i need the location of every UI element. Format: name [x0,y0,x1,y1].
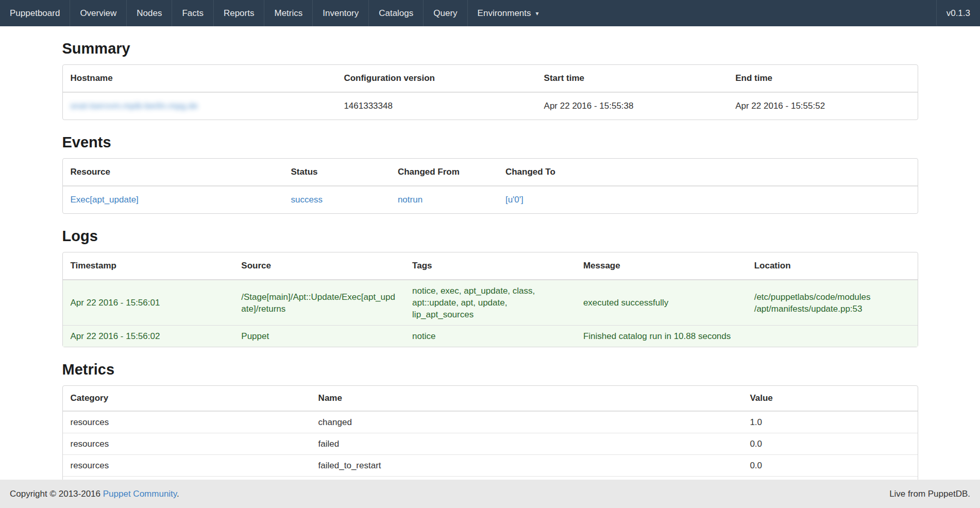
copyright-suffix: . [177,489,179,499]
column-header-category: Category [63,386,311,411]
column-header-tags: Tags [404,252,576,280]
page-footer: Copyright © 2013-2016 Puppet Community. … [0,480,980,508]
nav-item-reports[interactable]: Reports [213,0,264,26]
changed-to-cell: [u'0'] [498,186,918,213]
nav-item-label: Environments [478,8,531,19]
metric-value-cell: 0.0 [742,433,917,454]
nav-item-facts[interactable]: Facts [172,0,213,26]
resource-cell: Exec[apt_update] [63,186,283,213]
log-tags-cell: notice, exec, apt_update, class, apt::up… [404,280,576,325]
log-message-cell: Finished catalog run in 10.88 seconds [576,325,747,347]
nav-item-label: Overview [80,8,116,19]
column-header-timestamp: Timestamp [63,252,234,280]
status-cell: success [283,186,390,213]
log-location-cell [747,325,918,347]
summary-header-row: Hostname Configuration version Start tim… [63,65,918,92]
table-row: resources failed_to_restart 0.0 [63,454,918,476]
metric-category-cell: resources [63,454,311,476]
column-header-message: Message [576,252,747,280]
hostname-link[interactable]: snat-tservvm.mpib-berlin.mpg.de [71,101,198,111]
nav-item-nodes[interactable]: Nodes [126,0,172,26]
metrics-section-title: Metrics [62,361,918,378]
column-header-status: Status [283,159,390,186]
log-location-cell: /etc/puppetlabs/code/modules /apt/manife… [747,280,918,325]
table-row: Exec[apt_update] success notrun [u'0'] [63,186,918,213]
column-header-value: Value [742,386,917,411]
metric-category-cell: resources [63,411,311,433]
nav-item-overview[interactable]: Overview [70,0,126,26]
summary-table: Hostname Configuration version Start tim… [62,64,918,120]
main-content: Summary Hostname Configuration version S… [62,40,918,498]
logs-table: Timestamp Source Tags Message Location A… [62,252,918,347]
events-header-row: Resource Status Changed From Changed To [63,159,918,186]
log-message-cell: executed successfully [576,280,747,325]
hostname-cell: snat-tservvm.mpib-berlin.mpg.de [63,92,336,120]
column-header-changed-from: Changed From [390,159,498,186]
metric-value-cell: 1.0 [742,411,917,433]
nav-item-label: Inventory [323,8,359,19]
top-navbar: Puppetboard Overview Nodes Facts Reports… [0,0,980,26]
nav-item-catalogs[interactable]: Catalogs [368,0,423,26]
changed-from-cell: notrun [390,186,498,213]
logs-header-row: Timestamp Source Tags Message Location [63,252,918,280]
logs-section-title: Logs [62,227,918,245]
nav-item-label: Query [433,8,457,19]
version-label: v0.1.3 [947,8,970,19]
log-tags-cell: notice [404,325,576,347]
start-time-cell: Apr 22 2016 - 15:55:38 [536,92,728,120]
nav-dropdown-environments[interactable]: Environments ▾ [467,0,549,26]
metric-name-cell: changed [311,411,742,433]
puppetdb-status-text: Live from PuppetDB. [889,489,970,499]
metric-name-cell: failed_to_restart [311,454,742,476]
status-link[interactable]: success [291,195,323,205]
column-header-start-time: Start time [536,65,728,92]
copyright-prefix: Copyright © 2013-2016 [10,489,100,499]
nav-item-query[interactable]: Query [423,0,467,26]
nav-item-label: Catalogs [379,8,413,19]
nav-item-metrics[interactable]: Metrics [264,0,312,26]
end-time-cell: Apr 22 2016 - 15:55:52 [728,92,917,120]
nav-item-label: Reports [224,8,255,19]
column-header-name: Name [311,386,742,411]
column-header-location: Location [747,252,918,280]
version-badge: v0.1.3 [936,0,980,26]
events-table: Resource Status Changed From Changed To … [62,158,918,214]
metric-category-cell: resources [63,433,311,454]
copyright-text: Copyright © 2013-2016 Puppet Community. [10,489,179,499]
log-source-cell: Puppet [233,325,404,347]
column-header-hostname: Hostname [63,65,336,92]
column-header-changed-to: Changed To [498,159,918,186]
resource-link[interactable]: Exec[apt_update] [71,195,139,205]
metric-name-cell: failed [311,433,742,454]
nav-item-puppetboard[interactable]: Puppetboard [0,0,70,26]
events-section-title: Events [62,133,918,151]
nav-item-label: Facts [182,8,204,19]
log-source-cell: /Stage[main]/Apt::Update/Exec[apt_update… [233,280,404,325]
column-header-source: Source [233,252,404,280]
chevron-down-icon: ▾ [536,10,539,17]
column-header-end-time: End time [728,65,917,92]
navbar-spacer [549,0,936,26]
configuration-version-cell: 1461333348 [336,92,536,120]
metric-value-cell: 0.0 [742,454,917,476]
puppet-community-link[interactable]: Puppet Community [103,489,177,499]
metrics-header-row: Category Name Value [63,386,918,411]
nav-item-label: Metrics [274,8,302,19]
log-timestamp-cell: Apr 22 2016 - 15:56:02 [63,325,234,347]
column-header-resource: Resource [63,159,283,186]
nav-item-inventory[interactable]: Inventory [312,0,368,26]
table-row: Apr 22 2016 - 15:56:01 /Stage[main]/Apt:… [63,280,918,325]
table-row: resources failed 0.0 [63,433,918,454]
nav-item-label: Puppetboard [10,8,60,19]
table-row: resources changed 1.0 [63,411,918,433]
table-row: Apr 22 2016 - 15:56:02 Puppet notice Fin… [63,325,918,347]
changed-to-link[interactable]: [u'0'] [505,195,523,205]
column-header-configuration-version: Configuration version [336,65,536,92]
log-timestamp-cell: Apr 22 2016 - 15:56:01 [63,280,234,325]
summary-section-title: Summary [62,40,918,57]
table-row: snat-tservvm.mpib-berlin.mpg.de 14613333… [63,92,918,120]
nav-item-label: Nodes [137,8,162,19]
changed-from-link[interactable]: notrun [398,195,423,205]
